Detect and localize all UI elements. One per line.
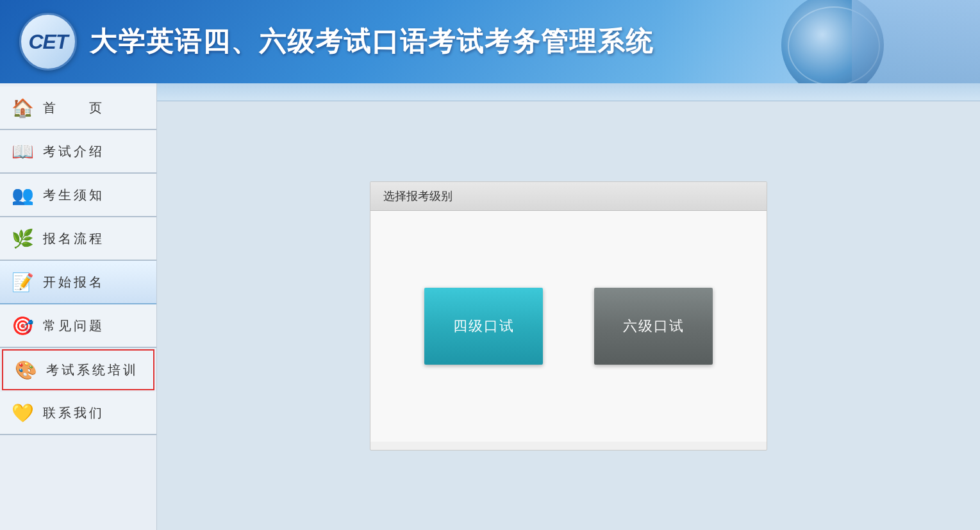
sidebar-item-notice[interactable]: 👥 考生须知	[0, 174, 156, 217]
sidebar-label-home: 首 页	[43, 99, 104, 117]
content-body: 选择报考级别 四级口试 六级口试	[157, 101, 980, 530]
sidebar-item-contact[interactable]: 💛 联系我们	[0, 392, 156, 435]
level4-button[interactable]: 四级口试	[424, 288, 543, 365]
register-icon: 📝	[10, 269, 35, 295]
sidebar-item-home[interactable]: 🏠 首 页	[0, 87, 156, 130]
panel-header: 选择报考级别	[370, 182, 767, 211]
contact-icon: 💛	[10, 400, 35, 426]
cet-emblem: CET	[19, 13, 77, 70]
content-top-bar	[157, 83, 980, 101]
sidebar-label-intro: 考试介绍	[43, 143, 104, 160]
faq-icon: 🎯	[10, 313, 35, 338]
people-decoration	[852, 0, 980, 83]
training-icon: 🎨	[13, 357, 38, 383]
sidebar-label-notice: 考生须知	[43, 186, 104, 204]
sidebar-label-faq: 常见问题	[43, 317, 104, 335]
home-icon: 🏠	[10, 95, 35, 120]
sidebar-label-process: 报名流程	[43, 230, 104, 247]
header: CET 大学英语四、六级考试口语考试考务管理系统	[0, 0, 980, 83]
content-area: 选择报考级别 四级口试 六级口试	[157, 83, 980, 530]
panel-body: 四级口试 六级口试	[370, 211, 767, 442]
process-icon: 🌿	[10, 226, 35, 251]
sidebar: 🏠 首 页 📖 考试介绍 👥 考生须知 🌿 报名流程 📝 开始报名 🎯 常见问题…	[0, 83, 157, 530]
cet-logo: CET	[19, 13, 77, 70]
sidebar-item-faq[interactable]: 🎯 常见问题	[0, 304, 156, 348]
level6-button[interactable]: 六级口试	[594, 288, 713, 365]
notice-icon: 👥	[10, 182, 35, 208]
selection-panel: 选择报考级别 四级口试 六级口试	[370, 181, 767, 451]
sidebar-item-training[interactable]: 🎨 考试系统培训	[2, 349, 154, 390]
intro-icon: 📖	[10, 138, 35, 164]
sidebar-item-process[interactable]: 🌿 报名流程	[0, 217, 156, 261]
header-title: 大学英语四、六级考试口语考试考务管理系统	[90, 24, 654, 60]
sidebar-item-register[interactable]: 📝 开始报名	[0, 261, 156, 304]
sidebar-label-register: 开始报名	[43, 274, 104, 291]
panel-title: 选择报考级别	[383, 190, 453, 203]
main-layout: 🏠 首 页 📖 考试介绍 👥 考生须知 🌿 报名流程 📝 开始报名 🎯 常见问题…	[0, 83, 980, 530]
sidebar-item-intro[interactable]: 📖 考试介绍	[0, 130, 156, 174]
sidebar-label-contact: 联系我们	[43, 404, 104, 422]
logo-text: CET	[29, 30, 68, 54]
sidebar-label-training: 考试系统培训	[46, 361, 138, 379]
